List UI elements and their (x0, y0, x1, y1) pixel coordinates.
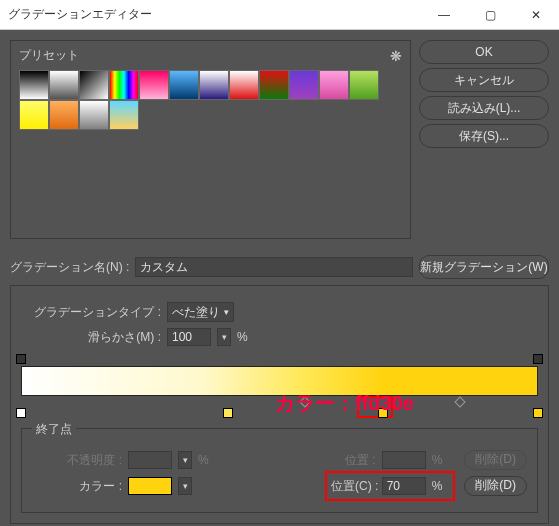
cancel-button[interactable]: キャンセル (419, 68, 549, 92)
midpoint[interactable] (300, 396, 311, 407)
opacity-stop[interactable] (533, 354, 543, 364)
smoothness-unit: % (237, 330, 248, 344)
gradient-editor (21, 354, 538, 418)
close-button[interactable]: ✕ (513, 0, 559, 30)
gear-icon[interactable]: ❋ (390, 48, 402, 64)
color-stop[interactable] (378, 408, 388, 418)
gradient-panel: グラデーションタイプ : べた塗り ▾ 滑らかさ(M) : ▾ % 終了点 不透… (10, 285, 549, 524)
stop-group-title: 終了点 (32, 421, 76, 438)
preset-swatch[interactable] (109, 70, 139, 100)
presets-panel: プリセット ❋ (10, 40, 411, 239)
gradient-bar[interactable] (21, 366, 538, 396)
preset-swatch[interactable] (49, 100, 79, 130)
preset-swatch[interactable] (259, 70, 289, 100)
presets-label: プリセット (19, 47, 390, 64)
pos1-input (382, 451, 426, 469)
ok-button[interactable]: OK (419, 40, 549, 64)
titlebar: グラデーションエディター — ▢ ✕ (0, 0, 559, 30)
color-stop[interactable] (16, 408, 26, 418)
save-button[interactable]: 保存(S)... (419, 124, 549, 148)
preset-swatch[interactable] (79, 100, 109, 130)
preset-swatch[interactable] (139, 70, 169, 100)
preset-swatch[interactable] (19, 70, 49, 100)
dialog-content: プリセット ❋ OK キャンセル 読み込み(L)... 保存(S)... (0, 30, 559, 249)
pos1-label: 位置 : (345, 452, 376, 469)
name-input[interactable] (135, 257, 413, 277)
minimize-button[interactable]: — (421, 0, 467, 30)
preset-swatch[interactable] (229, 70, 259, 100)
color-picker-arrow[interactable]: ▾ (178, 477, 192, 495)
delete2-button[interactable]: 削除(D) (464, 476, 527, 496)
opacity-input (128, 451, 172, 469)
smoothness-stepper[interactable]: ▾ (217, 328, 231, 346)
chevron-down-icon: ▾ (224, 307, 229, 317)
preset-swatch[interactable] (169, 70, 199, 100)
smoothness-label: 滑らかさ(M) : (21, 329, 161, 346)
preset-swatch[interactable] (49, 70, 79, 100)
maximize-button[interactable]: ▢ (467, 0, 513, 30)
color-stop[interactable] (533, 408, 543, 418)
color-swatch[interactable] (128, 477, 172, 495)
type-dropdown[interactable]: べた塗り ▾ (167, 302, 234, 322)
opacity-stop[interactable] (16, 354, 26, 364)
load-button[interactable]: 読み込み(L)... (419, 96, 549, 120)
preset-swatch[interactable] (289, 70, 319, 100)
preset-swatch[interactable] (79, 70, 109, 100)
preset-swatch[interactable] (19, 100, 49, 130)
color-label: カラー : (32, 478, 122, 495)
name-label: グラデーション名(N) : (10, 259, 129, 276)
position-input[interactable] (382, 477, 426, 495)
opacity-label: 不透明度 : (32, 452, 122, 469)
preset-swatch[interactable] (199, 70, 229, 100)
window-title: グラデーションエディター (8, 6, 421, 23)
preset-grid (19, 70, 402, 130)
delete1-button: 削除(D) (464, 450, 527, 470)
type-label: グラデーションタイプ : (21, 304, 161, 321)
opacity-unit: % (198, 453, 209, 467)
preset-swatch[interactable] (319, 70, 349, 100)
preset-swatch[interactable] (349, 70, 379, 100)
midpoint[interactable] (455, 396, 466, 407)
color-stop[interactable] (223, 408, 233, 418)
new-gradient-button[interactable]: 新規グラデーション(W) (419, 255, 549, 279)
pos2-label: 位置(C) : (331, 479, 378, 493)
stop-group: 終了点 不透明度 : ▾ % 位置 : % 削除(D) カラー : (21, 428, 538, 513)
preset-swatch[interactable] (109, 100, 139, 130)
opacity-stepper: ▾ (178, 451, 192, 469)
smoothness-input[interactable] (167, 328, 211, 346)
